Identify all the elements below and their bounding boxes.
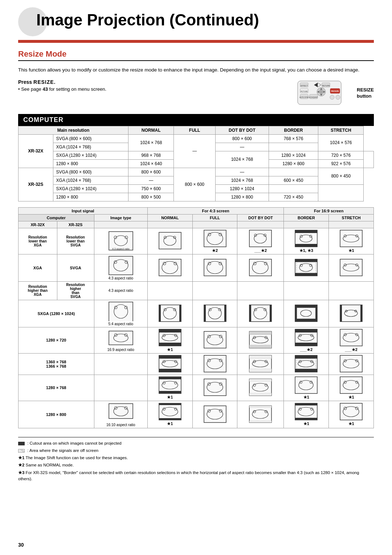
image-type-720 — [108, 329, 134, 347]
dotbydot-cell-2 — [237, 254, 284, 281]
res-svga: SVGA (800 × 600) — [53, 134, 128, 143]
image-type-2: 4:3 aspect ratio — [94, 254, 147, 281]
press-resize-title: Press RESIZE. — [18, 79, 294, 85]
footnotes: : Cutout area on which images cannot be … — [18, 437, 374, 482]
screen-normal-43: 4:3 aspect ratio — [108, 231, 134, 251]
blank-header2 — [147, 221, 192, 228]
image-type-xga — [108, 256, 134, 276]
normal-cell-2 — [147, 254, 192, 281]
res-svga-s: SVGA (800 × 600) — [53, 168, 128, 176]
aspect-43: 4:3 aspect ratio — [96, 276, 146, 280]
star1-border-1280x768: ★1 — [286, 395, 327, 400]
svg-rect-220 — [295, 418, 317, 420]
svg-rect-103 — [315, 305, 317, 322]
res-1280x800: 1280 × 800 — [53, 159, 128, 168]
svg-rect-176 — [159, 391, 181, 393]
svg-point-10 — [319, 90, 323, 94]
svg-rect-68 — [295, 273, 317, 276]
star2-border-720: ___★2 — [286, 347, 327, 352]
normal-1024x640: 1024 × 640 — [128, 159, 174, 168]
full-cell-3 — [192, 281, 237, 300]
svg-text:ECO/QUIET: ECO/QUIET — [309, 97, 318, 98]
svg-rect-83 — [179, 305, 181, 322]
screen-border-1280x800 — [294, 403, 318, 421]
svg-rect-102 — [295, 305, 297, 322]
screen-full-1280x800 — [203, 405, 227, 423]
press-resize-sub: • See page 43 for setting on menu screen… — [18, 86, 294, 92]
svg-rect-67 — [295, 259, 317, 262]
svg-point-21 — [330, 95, 334, 99]
svg-rect-165 — [295, 369, 317, 372]
svg-rect-36 — [249, 230, 271, 247]
svg-rect-118 — [159, 343, 181, 346]
svg-text:4:3 aspect ratio: 4:3 aspect ratio — [112, 248, 130, 250]
svg-rect-95 — [270, 305, 271, 322]
border-1280x800: ★1 — [284, 401, 329, 428]
aspect-169: 16:9 aspect ratio — [96, 348, 146, 352]
svg-rect-89 — [224, 305, 226, 322]
full-cell-1: ★2 — [192, 228, 237, 254]
xr32x-1280x768: 1280 × 768 — [19, 375, 94, 401]
screen-dot-720 — [249, 331, 272, 349]
dot-1280x1024-s: 1280 × 1024 — [215, 184, 269, 193]
table-row: 1360 × 7681366 × 768 — [19, 353, 374, 375]
stretch-cell-2 — [329, 254, 374, 281]
normal-sxga — [147, 300, 192, 327]
table-row: XR-32S SVGA (800 × 600) 800 × 600 800 × … — [19, 168, 374, 176]
screen-normal-1280x768 — [158, 376, 182, 394]
table-row: SXGA (1280 × 1024) 5:4 aspect ratio — [19, 300, 374, 327]
blank-header — [94, 221, 147, 228]
xr32s-res-lower: Resolutionlower thanSVGA — [57, 228, 94, 254]
svg-rect-159 — [249, 369, 271, 372]
footnote-5: ★3 For XR-32S model, "Border" cannot be … — [18, 470, 374, 482]
screen-full-2 — [203, 258, 227, 277]
screen-normal-1 — [158, 232, 182, 250]
svg-rect-94 — [249, 305, 251, 322]
footnote-4: ★2 Same as NORMAL mode. — [18, 462, 374, 468]
screen-stretch-1280x800 — [339, 403, 363, 421]
screen-normal-2 — [158, 258, 182, 277]
resolution-table: Main resolution NORMAL FULL DOT BY DOT B… — [18, 126, 374, 201]
stretch-1280x768: ★1 — [329, 375, 374, 401]
xr32x-sxga: SXGA (1280 × 1024) — [19, 300, 94, 327]
xr32x-higher: Resolutionhigher thanXGA — [19, 281, 57, 300]
xr32x-1280x720: 1280 × 720 — [19, 327, 94, 353]
border-dash — [269, 143, 318, 151]
col-normal: NORMAL — [128, 126, 174, 134]
remote-diagram: EFFECT RETURN PICTURE — [296, 79, 354, 106]
dot-800x600: 800 × 600 — [215, 134, 269, 143]
normal-750x600: 750 × 600 — [128, 184, 174, 193]
full-1360 — [192, 353, 237, 375]
image-type-1360 — [94, 353, 147, 375]
svg-text:RESIZE: RESIZE — [331, 90, 339, 92]
res-1280x800-s: 1280 × 800 — [53, 193, 128, 201]
dotbydot-1280x768 — [237, 375, 284, 401]
dot-dash: — — [215, 143, 269, 151]
for-43-header: For 4:3 screen — [147, 207, 284, 214]
stretch-empty-s — [318, 184, 364, 201]
svg-rect-100 — [295, 305, 317, 308]
screen-full-1 — [203, 229, 227, 248]
border-sxga — [284, 300, 329, 327]
res-xga: XGA (1024 × 768) — [53, 143, 128, 151]
full-sxga — [192, 300, 237, 327]
border-1360 — [284, 353, 329, 375]
star1-normal-720: ★1 — [150, 347, 191, 352]
xr32x-1360x768: 1360 × 7681366 × 768 — [19, 353, 94, 375]
border-922x576: 922 × 576 — [318, 159, 364, 168]
blank-header6 — [329, 221, 374, 228]
full-dash: — — [174, 134, 216, 168]
image-type-sxga: 5:4 aspect ratio — [94, 300, 147, 327]
table-row: Resolutionhigher thanXGA Resolutionhighe… — [19, 281, 374, 300]
border-768x576: 768 × 576 — [269, 134, 318, 143]
star1-border-1280x800: ★1 — [286, 421, 327, 426]
normal-800x600: 800 × 600 — [128, 168, 174, 176]
screen-dot-sxga — [249, 304, 272, 322]
footnote-4-text: ★2 Same as NORMAL mode. — [18, 463, 74, 467]
footnote-1-text: : Cutout area on which images cannot be … — [27, 441, 122, 445]
normal-cell-3 — [147, 281, 192, 300]
stretch-1280x800: ★1 — [329, 401, 374, 428]
svg-rect-107 — [340, 305, 342, 322]
footnote-3: ★1 The Image Shift function can be used … — [18, 455, 374, 461]
image-type-header: Image type — [94, 214, 147, 221]
